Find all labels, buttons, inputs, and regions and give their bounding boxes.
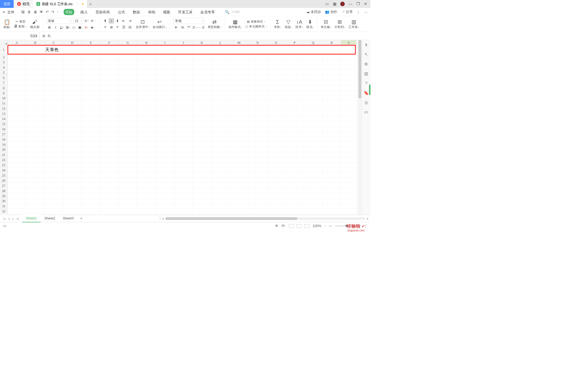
cell-P29[interactable] xyxy=(285,193,304,199)
cell-K1[interactable] xyxy=(193,45,211,54)
cell-S31[interactable] xyxy=(341,203,356,209)
cell-J31[interactable] xyxy=(174,203,193,209)
cell-E30[interactable] xyxy=(82,199,100,204)
cell-F9[interactable] xyxy=(100,91,119,96)
cell-D14[interactable] xyxy=(63,116,82,121)
cell-O12[interactable] xyxy=(267,106,285,111)
cell-G19[interactable] xyxy=(119,142,137,147)
cell-O25[interactable] xyxy=(267,173,285,178)
cell-L26[interactable] xyxy=(211,178,230,183)
cell-I19[interactable] xyxy=(156,142,174,147)
cell-K12[interactable] xyxy=(193,106,211,111)
cell-R24[interactable] xyxy=(322,168,341,173)
cell-S13[interactable] xyxy=(341,111,356,116)
cell-C19[interactable] xyxy=(45,142,63,147)
copy-button[interactable]: 🗐复制▾ xyxy=(14,24,27,29)
cell-M32[interactable] xyxy=(230,209,248,214)
cell-B1[interactable] xyxy=(26,45,45,54)
increase-decimal-icon[interactable]: .0→ xyxy=(192,25,198,30)
cell-D28[interactable] xyxy=(63,188,82,193)
cell-M1[interactable] xyxy=(230,45,248,54)
cell-B27[interactable] xyxy=(26,183,45,188)
cell-J15[interactable] xyxy=(174,121,193,126)
cell-L4[interactable] xyxy=(211,65,230,70)
cell-G16[interactable] xyxy=(119,126,137,132)
cell-M25[interactable] xyxy=(230,173,248,178)
cell-S22[interactable] xyxy=(341,157,356,162)
tab-doke[interactable]: D 稻壳 xyxy=(14,0,33,8)
cell-N9[interactable] xyxy=(248,91,267,96)
cell-F14[interactable] xyxy=(100,116,119,121)
cell-R6[interactable] xyxy=(322,75,341,80)
cell-C5[interactable] xyxy=(45,70,63,75)
cell-I26[interactable] xyxy=(156,178,174,183)
cell-B29[interactable] xyxy=(26,193,45,199)
cell-E26[interactable] xyxy=(82,178,100,183)
cell-M28[interactable] xyxy=(230,188,248,193)
font-size-select[interactable]: 12▾ xyxy=(73,18,83,24)
cell-Q3[interactable] xyxy=(304,60,322,65)
cell-A17[interactable] xyxy=(8,132,26,137)
cell-E12[interactable] xyxy=(82,106,100,111)
cell-L19[interactable] xyxy=(211,142,230,147)
cell-N13[interactable] xyxy=(248,111,267,116)
cell-G23[interactable] xyxy=(119,162,137,168)
cell-S16[interactable] xyxy=(341,126,356,132)
cell-L10[interactable] xyxy=(211,96,230,101)
cell-C23[interactable] xyxy=(45,162,63,168)
cell-M29[interactable] xyxy=(230,193,248,199)
col-header-C[interactable]: C xyxy=(45,40,63,45)
row-header-20[interactable]: 20 xyxy=(0,147,8,152)
row-header-28[interactable]: 28 xyxy=(0,188,8,193)
share-button[interactable]: ↗ 分享 xyxy=(341,10,353,14)
cell-P17[interactable] xyxy=(285,132,304,137)
cell-N7[interactable] xyxy=(248,80,267,85)
cell-N2[interactable] xyxy=(248,54,267,60)
cell-J28[interactable] xyxy=(174,188,193,193)
cell-G26[interactable] xyxy=(119,178,137,183)
cell-Q10[interactable] xyxy=(304,96,322,101)
cell-O32[interactable] xyxy=(267,209,285,214)
cell-P22[interactable] xyxy=(285,157,304,162)
cell-S24[interactable] xyxy=(341,168,356,173)
cell-C7[interactable] xyxy=(45,80,63,85)
undo-icon[interactable]: ↶ xyxy=(46,10,49,14)
cell-O8[interactable] xyxy=(267,85,285,91)
cell-H12[interactable] xyxy=(137,106,156,111)
cell-R7[interactable] xyxy=(322,80,341,85)
tag-icon[interactable]: 🔖 xyxy=(364,91,369,95)
cell-J24[interactable] xyxy=(174,168,193,173)
col-header-L[interactable]: L xyxy=(211,40,230,45)
cell-A10[interactable] xyxy=(8,96,26,101)
zoom-out-icon[interactable]: — xyxy=(329,224,332,228)
cell-N16[interactable] xyxy=(248,126,267,132)
cell-N30[interactable] xyxy=(248,199,267,204)
cell-G28[interactable] xyxy=(119,188,137,193)
cell-C28[interactable] xyxy=(45,188,63,193)
wrap-button[interactable]: ↩ 自动换行▾ xyxy=(152,16,167,32)
cell-Q6[interactable] xyxy=(304,75,322,80)
cell-L14[interactable] xyxy=(211,116,230,121)
cell-E22[interactable] xyxy=(82,157,100,162)
cell-M24[interactable] xyxy=(230,168,248,173)
cell-D7[interactable] xyxy=(63,80,82,85)
cell-N3[interactable] xyxy=(248,60,267,65)
cell-O3[interactable] xyxy=(267,60,285,65)
cell-I10[interactable] xyxy=(156,96,174,101)
cell-F15[interactable] xyxy=(100,121,119,126)
row-header-3[interactable]: 3 xyxy=(0,60,8,65)
cell-K15[interactable] xyxy=(193,121,211,126)
cell-A7[interactable] xyxy=(8,80,26,85)
cell-M5[interactable] xyxy=(230,70,248,75)
cell-K22[interactable] xyxy=(193,157,211,162)
cell-F3[interactable] xyxy=(100,60,119,65)
cell-A25[interactable] xyxy=(8,173,26,178)
cell-P3[interactable] xyxy=(285,60,304,65)
cell-G25[interactable] xyxy=(119,173,137,178)
cell-R28[interactable] xyxy=(322,188,341,193)
horizontal-scrollbar[interactable] xyxy=(165,217,365,220)
select-all-corner[interactable] xyxy=(0,40,8,45)
cell-N8[interactable] xyxy=(248,85,267,91)
cell-A3[interactable] xyxy=(8,60,26,65)
cell-A22[interactable] xyxy=(8,157,26,162)
